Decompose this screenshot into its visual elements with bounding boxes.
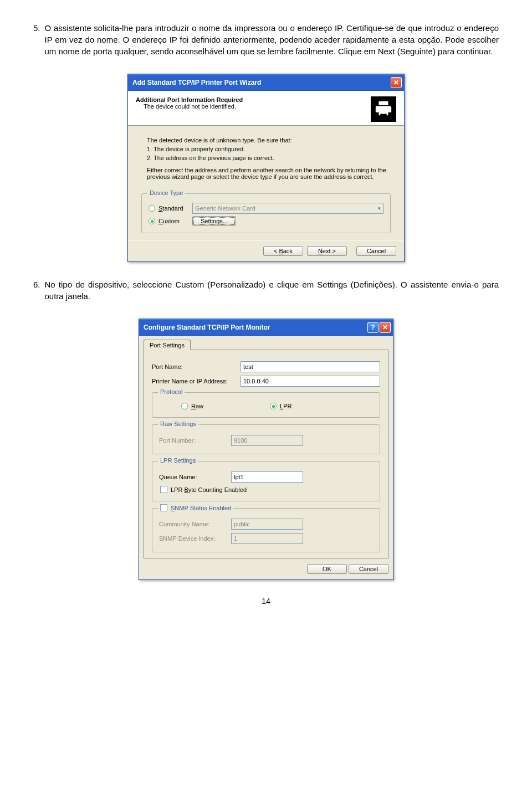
add-port-wizard-window: Add Standard TCP/IP Printer Port Wizard … [127,74,405,262]
chevron-down-icon: ▾ [378,206,381,211]
port-name-input[interactable] [241,361,380,372]
wizard1-body-line2: 1. The device is properly configured. [147,146,391,152]
device-type-title: Device Type [147,189,185,196]
radio-lpr[interactable] [270,403,277,409]
cancel-button[interactable]: Cancel [356,246,396,256]
snmp-checkbox[interactable] [160,504,167,511]
wizard1-body-line3: 2. The address on the previous page is c… [147,155,391,161]
radio-raw-label[interactable]: RawRaw [191,403,203,409]
step-5-number: 5. [33,22,40,57]
snmp-index-label: SNMP Device Index: [159,535,231,542]
raw-port-label: Port Number: [159,437,231,444]
settings-button[interactable]: Settings... [192,216,236,226]
queue-label: Queue Name: [159,474,231,480]
radio-custom[interactable] [149,218,155,224]
step-5-text: O assistente solicita-lhe para introduzi… [45,22,499,57]
wizard2-title: Configure Standard TCP/IP Port Monitor [144,324,270,331]
configure-port-window: Configure Standard TCP/IP Port Monitor ?… [139,319,393,580]
wizard1-titlebar[interactable]: Add Standard TCP/IP Printer Port Wizard … [128,74,404,91]
raw-settings-title: Raw Settings [158,420,198,427]
next-button[interactable]: Next >Next > [307,246,347,256]
radio-lpr-label[interactable]: LPRLPR [280,403,291,409]
cancel-button[interactable]: Cancel [349,564,388,574]
instruction-step-5: 5. O assistente solicita-lhe para introd… [33,22,499,57]
radio-standard-label[interactable]: SStandardtandard [158,205,189,212]
radio-raw[interactable] [181,403,188,409]
protocol-title: Protocol [158,388,185,395]
community-label: Community Name: [159,521,231,527]
ok-button[interactable]: OK [307,564,347,574]
tab-port-settings[interactable]: Port Settings [144,340,191,350]
lpr-settings-title: LPR Settings [158,457,198,464]
page-number: 14 [33,597,499,606]
standard-select-value: Generic Network Card [195,205,255,212]
close-icon[interactable]: ✕ [380,322,391,333]
step-6-number: 6. [33,279,40,302]
device-type-group: Device Type SStandardtandard Generic Net… [141,193,391,233]
help-icon[interactable]: ? [367,322,378,333]
lpr-settings-group: LPR Settings Queue Name: LPR Byte Counti… [152,461,380,501]
ip-input[interactable] [241,376,380,387]
wizard1-footer: < Back< Back Next >Next > Cancel [128,240,404,261]
back-button[interactable]: < Back< Back [263,246,303,256]
wizard1-subheading: The device could not be identified. [144,103,243,110]
wizard1-body-line1: The detected device is of unknown type. … [147,137,391,143]
community-input [231,519,303,530]
snmp-title[interactable]: SNMP Status EnabledSNMP Status Enabled [171,505,231,511]
standard-select: Generic Network Card ▾ [192,203,383,214]
radio-custom-label[interactable]: CCustomustom [158,218,189,224]
wizard2-titlebar[interactable]: Configure Standard TCP/IP Port Monitor ?… [139,319,393,336]
wizard1-title: Add Standard TCP/IP Printer Port Wizard [132,79,261,86]
raw-port-input [231,435,303,446]
lpr-byte-label[interactable]: LPR Byte Counting EnabledLPR Byte Counti… [171,486,247,493]
port-name-label: Port Name: [152,363,241,370]
protocol-group: Protocol RawRaw LPRLPR [152,392,380,418]
raw-settings-group: Raw Settings Port Number: [152,424,380,454]
snmp-index-input [231,533,303,544]
queue-input[interactable] [231,471,303,483]
wizard1-body: The detected device is of unknown type. … [128,126,404,240]
step-6-text: No tipo de dispositivo, seleccione Custo… [45,279,499,302]
snmp-group: SNMP Status EnabledSNMP Status Enabled C… [152,508,380,552]
close-icon[interactable]: ✕ [391,77,402,88]
ip-label: Printer Name or IP Address: [152,378,241,384]
printer-icon [371,96,396,122]
wizard1-header: Additional Port Information Required The… [128,91,404,126]
lpr-byte-checkbox[interactable] [160,486,167,493]
wizard2-body: Port Settings Port Name: Printer Name or… [139,336,393,580]
radio-standard[interactable] [149,205,155,212]
wizard1-heading: Additional Port Information Required [136,96,243,103]
instruction-step-6: 6. No tipo de dispositivo, seleccione Cu… [33,279,499,302]
wizard1-body-line4: Either correct the address and perform a… [147,167,391,180]
tab-panel: Port Name: Printer Name or IP Address: P… [144,350,388,558]
